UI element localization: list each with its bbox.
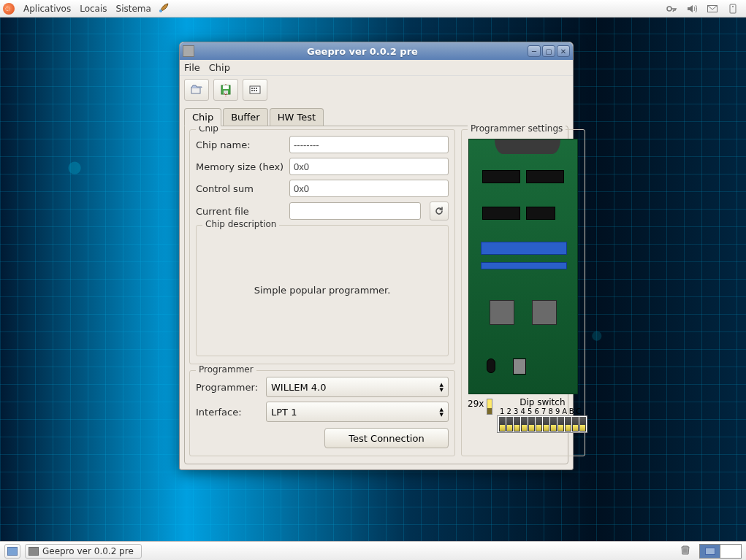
dip-switch-12[interactable] [579, 417, 586, 431]
volume-icon[interactable] [686, 3, 698, 15]
tab-buffer[interactable]: Buffer [223, 108, 267, 126]
mail-icon[interactable] [707, 3, 718, 15]
interface-combo-value: LPT 1 [271, 407, 297, 418]
shutdown-icon[interactable] [727, 3, 739, 15]
dip-label: 1 [498, 407, 506, 415]
workspace-switcher[interactable] [699, 544, 742, 559]
menu-applications[interactable]: Aplicativos [19, 4, 75, 14]
dip-label: B [568, 407, 575, 415]
appearance-icon[interactable] [159, 1, 170, 15]
dip-switch-10[interactable] [565, 417, 571, 431]
svg-rect-5 [191, 88, 200, 93]
tab-page-chip: Chip Chip name: Memory size (hex) Contro… [184, 126, 568, 464]
minimize-button[interactable]: ─ [528, 45, 541, 57]
top-panel: Aplicativos Locais Sistema [0, 0, 746, 18]
chip-description-legend: Chip description [202, 219, 279, 229]
window-title: Geepro ver 0.0.2 pre [197, 46, 528, 57]
interface-combo[interactable]: LPT 1 ▲▼ [266, 402, 449, 422]
programmer-frame: Programmer Programmer: WILLEM 4.0 ▲▼ Int… [189, 370, 455, 456]
toolbar-save-icon[interactable] [213, 79, 238, 101]
refresh-button[interactable] [430, 202, 449, 220]
dip-switch-3[interactable] [514, 417, 520, 431]
programmer-combo-value: WILLEM 4.0 [271, 382, 326, 393]
svg-rect-7 [223, 85, 229, 89]
dip-label: 8 [547, 407, 555, 415]
window-app-icon [183, 45, 194, 57]
interface-label: Interface: [196, 407, 262, 418]
svg-point-1 [667, 7, 671, 11]
dip-switch-2[interactable] [506, 417, 513, 431]
titlebar[interactable]: Geepro ver 0.0.2 pre ─ ▢ ✕ [180, 42, 573, 60]
taskbar-app-label: Geepro ver 0.0.2 pre [42, 546, 134, 556]
current-file-input[interactable] [289, 202, 421, 220]
test-connection-button[interactable]: Test Connection [324, 428, 449, 448]
dip-label: C [575, 407, 582, 415]
tab-chip[interactable]: Chip [184, 108, 221, 126]
current-file-label: Current file [196, 206, 285, 217]
toolbar-open-icon[interactable] [184, 79, 209, 101]
toolbar [180, 75, 573, 104]
control-sum-label: Control sum [196, 183, 285, 194]
dip-label: 2 [506, 407, 513, 415]
svg-point-4 [732, 6, 734, 7]
dip-label: 5 [526, 407, 533, 415]
dip-switch-scale: 123456789ABC [498, 407, 587, 415]
svg-rect-3 [730, 4, 736, 13]
show-desktop-button[interactable] [4, 544, 20, 559]
control-sum-input[interactable] [289, 180, 449, 197]
svg-point-0 [159, 9, 162, 12]
dip-label: 3 [512, 407, 519, 415]
toolbar-config-icon[interactable] [243, 79, 267, 101]
dip-switch-7[interactable] [543, 417, 549, 431]
keys-icon[interactable] [666, 3, 677, 15]
bottom-panel: Geepro ver 0.0.2 pre [0, 541, 746, 560]
programmer-board-image [468, 139, 578, 394]
chip-name-input[interactable] [289, 136, 449, 153]
dip-switch-title: Dip switch [497, 397, 587, 407]
taskbar-app-button[interactable]: Geepro ver 0.0.2 pre [25, 544, 142, 559]
dip-label: 9 [554, 407, 561, 415]
memory-size-label: Memory size (hex) [196, 161, 285, 172]
chip-name-label: Chip name: [196, 139, 285, 150]
dip-label: A [561, 407, 568, 415]
programmer-settings-legend: Programmer settings [468, 123, 566, 134]
ubuntu-logo-icon[interactable] [3, 3, 15, 15]
menu-system[interactable]: Sistema [112, 4, 156, 14]
chip-description-text: Simple popular programmer. [202, 231, 442, 348]
jumper-29x-icon [487, 399, 492, 415]
dip-switch-6[interactable] [536, 417, 542, 431]
programmer-settings-frame: Programmer settings [461, 129, 585, 456]
dip-label: 6 [533, 407, 541, 415]
dip-switch-4[interactable] [521, 417, 528, 431]
menu-chip[interactable]: Chip [209, 62, 230, 73]
menu-places[interactable]: Locais [75, 4, 111, 14]
chevron-updown-icon: ▲▼ [440, 383, 444, 392]
dip-label: 4 [519, 407, 527, 415]
svg-rect-9 [250, 86, 260, 93]
dip-label: 7 [540, 407, 547, 415]
chevron-updown-icon: ▲▼ [440, 407, 444, 417]
dip-switch-8[interactable] [550, 417, 557, 431]
programmer-combo[interactable]: WILLEM 4.0 ▲▼ [266, 377, 449, 397]
tab-hwtest[interactable]: HW Test [270, 108, 324, 126]
programmer-label: Programmer: [196, 382, 262, 393]
trash-icon[interactable] [679, 543, 692, 559]
dip-switch-panel [497, 415, 587, 433]
programmer-legend: Programmer [196, 364, 256, 375]
close-button[interactable]: ✕ [557, 45, 570, 57]
chip-description-frame: Chip description Simple popular programm… [196, 225, 449, 356]
workspace-1[interactable] [700, 545, 720, 558]
app-window: Geepro ver 0.0.2 pre ─ ▢ ✕ File Chip Chi… [179, 42, 574, 470]
dip-switch-5[interactable] [528, 417, 535, 431]
dip-switch-9[interactable] [557, 417, 564, 431]
taskbar-app-icon [28, 547, 39, 556]
menubar: File Chip [180, 60, 573, 75]
menu-file[interactable]: File [184, 62, 200, 73]
dip-switch-1[interactable] [499, 417, 506, 431]
maximize-button[interactable]: ▢ [542, 45, 555, 57]
jumper-29x-label: 29x [468, 399, 484, 409]
memory-size-input[interactable] [289, 158, 449, 175]
dip-switch-11[interactable] [572, 417, 579, 431]
chip-frame: Chip Chip name: Memory size (hex) Contro… [189, 129, 455, 364]
workspace-2[interactable] [720, 545, 741, 558]
